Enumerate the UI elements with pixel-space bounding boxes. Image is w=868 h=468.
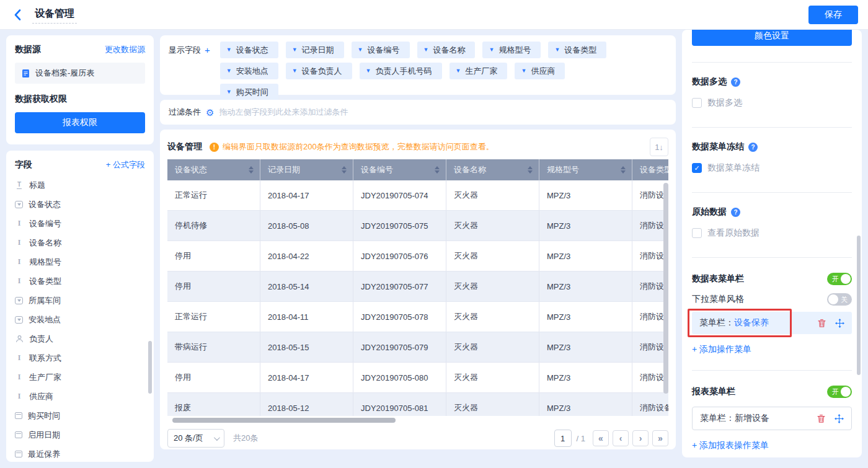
display-field-chip[interactable]: ▼生产厂家 xyxy=(450,63,508,79)
move-menu-handle[interactable] xyxy=(835,414,844,423)
sort-arrows-icon[interactable] xyxy=(249,166,254,174)
display-field-chip[interactable]: ▼供应商 xyxy=(515,63,565,79)
table-cell: MPZ/3 xyxy=(539,363,632,392)
table-cell: 灭火器 xyxy=(446,363,539,392)
field-item[interactable]: 供应商 xyxy=(15,387,145,406)
display-field-chip[interactable]: ▼设备负责人 xyxy=(286,63,352,79)
display-field-chip[interactable]: ▼记录日期 xyxy=(286,42,344,58)
table-row[interactable]: 正常运行2018-04-17JDY20190705-074灭火器MPZ/3消防设… xyxy=(167,180,668,211)
current-page-input[interactable]: 1 xyxy=(554,430,572,447)
column-header[interactable]: 设备状态 xyxy=(167,159,260,180)
column-header[interactable]: 规格型号 xyxy=(539,159,632,180)
raw-data-checkbox-row[interactable]: 查看原始数据 xyxy=(692,227,852,239)
display-field-chip[interactable]: ▼规格型号 xyxy=(482,42,541,58)
question-circle-icon[interactable]: ? xyxy=(748,143,758,152)
field-item[interactable]: 最近保养 xyxy=(15,444,145,462)
menu-item-value[interactable]: 设备保养 xyxy=(734,317,769,329)
gear-icon[interactable]: ⚙ xyxy=(206,108,214,117)
back-button[interactable] xyxy=(10,7,25,22)
next-page-button[interactable]: › xyxy=(632,430,649,446)
field-item[interactable]: 设备类型 xyxy=(15,272,145,291)
display-field-chip[interactable]: ▼设备编号 xyxy=(352,42,410,58)
field-item[interactable]: 所属车间 xyxy=(15,291,145,310)
color-settings-button[interactable]: 颜色设置 xyxy=(692,30,852,46)
add-action-menu-link[interactable]: + 添加操作菜单 xyxy=(692,344,751,355)
table-row[interactable]: 带病运行2018-05-15JDY20190705-079灭火器MPZ/3消防设… xyxy=(167,332,668,363)
delete-menu-button[interactable] xyxy=(817,319,826,328)
report-menu-heading: 报表菜单栏 xyxy=(692,386,735,397)
move-menu-handle[interactable] xyxy=(835,319,844,328)
prev-page-button[interactable]: ‹ xyxy=(613,430,629,446)
column-header[interactable]: 设备类型 xyxy=(632,159,668,180)
field-item[interactable]: 安装地点 xyxy=(15,310,145,329)
table-cell: 2018-04-17 xyxy=(260,180,353,210)
table-cell: 2018-04-22 xyxy=(260,241,353,271)
sort-order-button[interactable]: 1↓ xyxy=(650,138,668,156)
table-horizontal-scrollbar[interactable] xyxy=(167,418,668,423)
table-row[interactable]: 停用2018-05-14JDY20190705-077灭火器MPZ/3消防设备 xyxy=(167,272,668,302)
add-report-action-menu-link[interactable]: + 添加报表操作菜单 xyxy=(692,440,769,451)
sort-arrows-icon[interactable] xyxy=(621,166,626,174)
field-item[interactable]: 设备编号 xyxy=(15,214,145,233)
sort-arrows-icon[interactable] xyxy=(342,166,347,174)
display-field-chip[interactable]: ▼设备名称 xyxy=(417,42,476,58)
report-menu-toggle-on[interactable]: 开 xyxy=(827,386,852,398)
display-field-chip[interactable]: ▼负责人手机号码 xyxy=(360,63,442,79)
chevron-left-icon xyxy=(14,9,21,20)
dropdown-style-toggle-off[interactable]: 关 xyxy=(827,293,852,306)
field-item[interactable]: 设备名称 xyxy=(15,233,145,252)
field-item[interactable]: 设备状态 xyxy=(15,195,145,214)
first-page-button[interactable]: « xyxy=(593,430,609,446)
field-item[interactable]: 负责人 xyxy=(15,329,145,348)
checkbox-unchecked[interactable] xyxy=(692,98,702,108)
checkbox-unchecked[interactable] xyxy=(692,228,702,238)
add-display-field-button[interactable]: + xyxy=(205,45,210,55)
report-permission-button[interactable]: 报表权限 xyxy=(15,112,145,133)
table-row[interactable]: 停用2018-04-17JDY20190705-080灭火器MPZ/3消防设备 xyxy=(167,363,668,393)
question-circle-icon[interactable]: ? xyxy=(731,77,740,87)
field-item[interactable]: 生产厂家 xyxy=(15,368,145,387)
checkbox-checked[interactable]: ✓ xyxy=(692,163,702,173)
field-item[interactable]: T标题 xyxy=(15,175,145,195)
table-row[interactable]: 报废2018-05-12JDY20190705-081灭火器MPZ/3消防设备 xyxy=(167,393,668,416)
multi-select-checkbox-row[interactable]: 数据多选 xyxy=(692,97,852,108)
table-menu-toggle-on[interactable]: 开 xyxy=(827,273,852,285)
column-header[interactable]: 设备编号 xyxy=(353,159,446,180)
report-menu-item[interactable]: 菜单栏： 新增设备 xyxy=(692,407,852,430)
page-size-select[interactable]: 20 条/页 xyxy=(167,429,224,448)
topbar: 设备管理 保存 xyxy=(0,0,868,30)
table-vertical-scrollbar[interactable] xyxy=(663,183,668,394)
table-menu-item[interactable]: 菜单栏： 设备保养 xyxy=(692,312,852,334)
table-row[interactable]: 停机待修2018-05-08JDY20190705-075灭火器MPZ/3消防设… xyxy=(167,211,668,241)
datasource-item[interactable]: 设备档案-履历表 xyxy=(15,63,145,84)
table-cell: 2018-05-14 xyxy=(260,272,353,301)
column-header[interactable]: 设备名称 xyxy=(446,159,539,180)
table-panel: 设备管理 ! 编辑界面只取数据源前200条作为查询数据预览，完整数据请访问页面查… xyxy=(160,130,676,449)
settings-scrollbar[interactable] xyxy=(857,236,861,375)
field-item[interactable]: 购买时间 xyxy=(15,406,145,425)
display-field-chip[interactable]: ▼设备类型 xyxy=(548,42,606,58)
sort-arrows-icon[interactable] xyxy=(435,166,440,174)
question-circle-icon[interactable]: ? xyxy=(731,208,740,217)
change-datasource-link[interactable]: 更改数据源 xyxy=(105,44,145,55)
field-item[interactable]: 规格型号 xyxy=(15,252,145,272)
menu-freeze-checkbox-row[interactable]: ✓ 数据菜单冻结 xyxy=(692,162,852,174)
menu-item-value[interactable]: 新增设备 xyxy=(735,413,769,424)
table-row[interactable]: 停用2018-04-22JDY20190705-076灭火器MPZ/3消防设备 xyxy=(167,241,668,272)
field-item[interactable]: 联系方式 xyxy=(15,348,145,368)
table-row[interactable]: 正常运行2018-04-11JDY20190705-078灭火器MPZ/3消防设… xyxy=(167,302,668,332)
formula-field-link[interactable]: + 公式字段 xyxy=(106,159,145,170)
save-button[interactable]: 保存 xyxy=(808,6,858,24)
column-header[interactable]: 记录日期 xyxy=(260,159,353,180)
sort-arrows-icon[interactable] xyxy=(528,166,533,174)
delete-menu-button[interactable] xyxy=(817,414,826,423)
table-cell: 报废 xyxy=(167,393,260,416)
page-title[interactable]: 设备管理 xyxy=(32,6,77,24)
display-field-chip[interactable]: ▼购买时间 xyxy=(220,84,278,100)
fields-scrollbar[interactable] xyxy=(148,341,152,394)
display-field-chip[interactable]: ▼设备状态 xyxy=(220,42,278,58)
display-field-chip[interactable]: ▼安装地点 xyxy=(220,63,278,79)
field-item[interactable]: 启用日期 xyxy=(15,425,145,444)
field-label: 启用日期 xyxy=(28,430,60,441)
last-page-button[interactable]: » xyxy=(652,430,668,446)
